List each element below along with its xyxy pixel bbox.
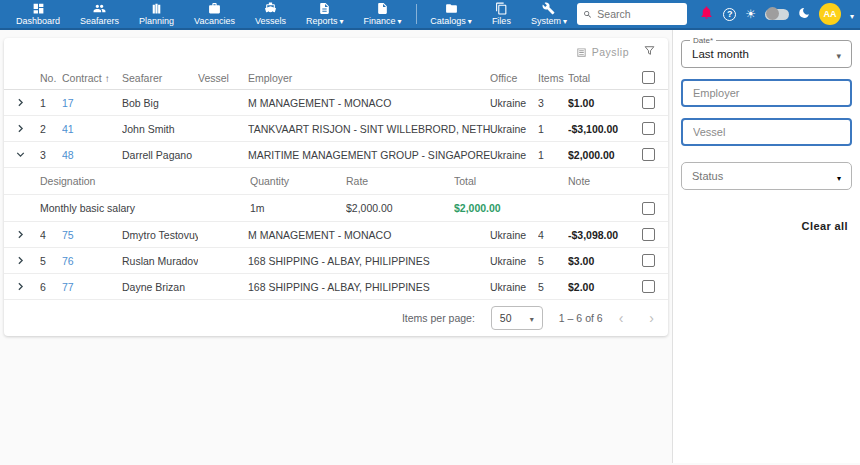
expand-row-button[interactable] bbox=[4, 280, 40, 293]
expand-row-button[interactable] bbox=[4, 228, 40, 241]
toggle-knob bbox=[766, 7, 779, 20]
col-employer[interactable]: Employer bbox=[248, 72, 490, 84]
row-checkbox[interactable] bbox=[642, 122, 655, 135]
invoice-icon bbox=[376, 2, 389, 15]
row-checkbox[interactable] bbox=[642, 228, 655, 241]
nav-item-catalogs[interactable]: Catalogs bbox=[420, 0, 482, 29]
previous-page-icon[interactable] bbox=[619, 310, 624, 326]
collapse-row-button[interactable] bbox=[4, 148, 40, 161]
contract-link[interactable]: 76 bbox=[62, 255, 122, 267]
chevron-down-icon bbox=[530, 312, 534, 324]
col-office[interactable]: Office bbox=[490, 72, 538, 84]
nav-item-vessels[interactable]: Vessels bbox=[245, 0, 296, 29]
notifications-bell-icon[interactable] bbox=[699, 5, 714, 24]
chevron-right-icon bbox=[14, 254, 27, 267]
search-box[interactable] bbox=[577, 3, 687, 25]
contract-link[interactable]: 48 bbox=[62, 149, 122, 161]
search-input[interactable] bbox=[597, 8, 681, 20]
subcol-designation: Designation bbox=[40, 175, 250, 187]
payroll-card: Payslip No. Contract Seafarer Vessel Emp… bbox=[4, 38, 668, 336]
date-filter-select[interactable]: Date* Last month bbox=[681, 40, 852, 68]
col-contract[interactable]: Contract bbox=[62, 72, 122, 84]
contract-link[interactable]: 77 bbox=[62, 281, 122, 293]
payslip-label: Payslip bbox=[592, 46, 629, 58]
nav-item-system[interactable]: System bbox=[521, 0, 577, 29]
row-items: 5 bbox=[538, 281, 568, 293]
row-employer: M MANAGEMENT - MONACO bbox=[248, 97, 490, 109]
subrow-total: $2,000.00 bbox=[454, 202, 568, 214]
col-vessel[interactable]: Vessel bbox=[198, 72, 248, 84]
nav-item-planning[interactable]: Planning bbox=[129, 0, 184, 29]
payslip-button[interactable]: Payslip bbox=[576, 46, 629, 58]
avatar[interactable]: AA bbox=[819, 3, 841, 25]
subtable-header-row: Designation Quantity Rate Total Note bbox=[4, 168, 668, 195]
nav-item-dashboard[interactable]: Dashboard bbox=[6, 0, 70, 29]
row-select-cell bbox=[632, 254, 668, 267]
select-all-checkbox[interactable] bbox=[642, 71, 655, 84]
nav-label: Seafarers bbox=[80, 16, 119, 26]
subtable-row: Monthly basic salary 1m $2,000.00 $2,000… bbox=[4, 195, 668, 222]
nav-item-finance[interactable]: Finance bbox=[354, 0, 412, 29]
row-employer: TANKVAART RISJON - SINT WILLEBRORD, NETH… bbox=[248, 123, 490, 135]
row-checkbox[interactable] bbox=[642, 148, 655, 161]
copy-icon bbox=[495, 2, 508, 15]
ship-icon bbox=[264, 2, 277, 15]
expand-row-button[interactable] bbox=[4, 96, 40, 109]
next-page-icon[interactable] bbox=[649, 310, 654, 326]
row-checkbox[interactable] bbox=[642, 280, 655, 293]
row-seafarer: Darrell Pagano bbox=[122, 149, 198, 161]
nav-item-seafarers[interactable]: Seafarers bbox=[70, 0, 129, 29]
nav-label: Finance bbox=[364, 16, 402, 26]
row-checkbox[interactable] bbox=[642, 96, 655, 109]
items-per-page-select[interactable]: 50 bbox=[491, 306, 543, 330]
col-total[interactable]: Total bbox=[568, 72, 632, 84]
row-total: $2.00 bbox=[568, 281, 632, 293]
subrow-checkbox[interactable] bbox=[642, 202, 655, 215]
nav-item-vacancies[interactable]: Vacancies bbox=[184, 0, 245, 29]
row-items: 1 bbox=[538, 149, 568, 161]
table-row: 1 17 Bob Big M MANAGEMENT - MONACO Ukrai… bbox=[4, 90, 668, 116]
row-office: Ukraine bbox=[490, 123, 538, 135]
nav-label: Dashboard bbox=[16, 16, 60, 26]
nav-label: Reports bbox=[306, 16, 344, 26]
row-seafarer: John Smith bbox=[122, 123, 198, 135]
row-no: 1 bbox=[40, 97, 62, 109]
nav-item-files[interactable]: Files bbox=[482, 0, 521, 29]
employer-filter-input[interactable] bbox=[693, 87, 840, 99]
row-total: -$3,098.00 bbox=[568, 229, 632, 241]
chevron-down-icon bbox=[14, 148, 27, 161]
tools-icon bbox=[542, 2, 555, 15]
vessel-filter-input[interactable] bbox=[693, 126, 840, 138]
row-select-cell bbox=[632, 122, 668, 135]
col-no: No. bbox=[40, 72, 62, 84]
help-icon[interactable] bbox=[723, 8, 736, 21]
chevron-down-icon bbox=[468, 16, 472, 26]
status-filter-select[interactable]: Status bbox=[681, 162, 852, 190]
row-seafarer: Dmytro Testovuy bbox=[122, 229, 198, 241]
contract-link[interactable]: 41 bbox=[62, 123, 122, 135]
nav-item-reports[interactable]: Reports bbox=[296, 0, 354, 29]
chevron-down-icon bbox=[836, 45, 841, 63]
expand-row-button[interactable] bbox=[4, 122, 40, 135]
row-no: 2 bbox=[40, 123, 62, 135]
status-filter-value: Status bbox=[692, 170, 723, 182]
subcol-total: Total bbox=[454, 175, 568, 187]
row-items: 5 bbox=[538, 255, 568, 267]
clear-all-button[interactable]: Clear all bbox=[802, 220, 848, 232]
contract-link[interactable]: 17 bbox=[62, 97, 122, 109]
col-items[interactable]: Items bbox=[538, 72, 568, 84]
theme-toggle[interactable] bbox=[765, 9, 789, 20]
row-total: -$3,100.00 bbox=[568, 123, 632, 135]
expand-row-button[interactable] bbox=[4, 254, 40, 267]
chevron-down-icon bbox=[837, 167, 841, 185]
row-checkbox[interactable] bbox=[642, 254, 655, 267]
row-office: Ukraine bbox=[490, 229, 538, 241]
people-icon bbox=[93, 2, 106, 15]
filter-button[interactable] bbox=[643, 43, 656, 61]
table-row-expanded: 3 48 Darrell Pagano MARITIME MANAGEMENT … bbox=[4, 142, 668, 168]
contract-link[interactable]: 75 bbox=[62, 229, 122, 241]
col-seafarer[interactable]: Seafarer bbox=[122, 72, 198, 84]
row-select-cell bbox=[632, 148, 668, 161]
row-select-cell bbox=[632, 228, 668, 241]
avatar-menu-chevron-icon[interactable] bbox=[850, 5, 854, 23]
